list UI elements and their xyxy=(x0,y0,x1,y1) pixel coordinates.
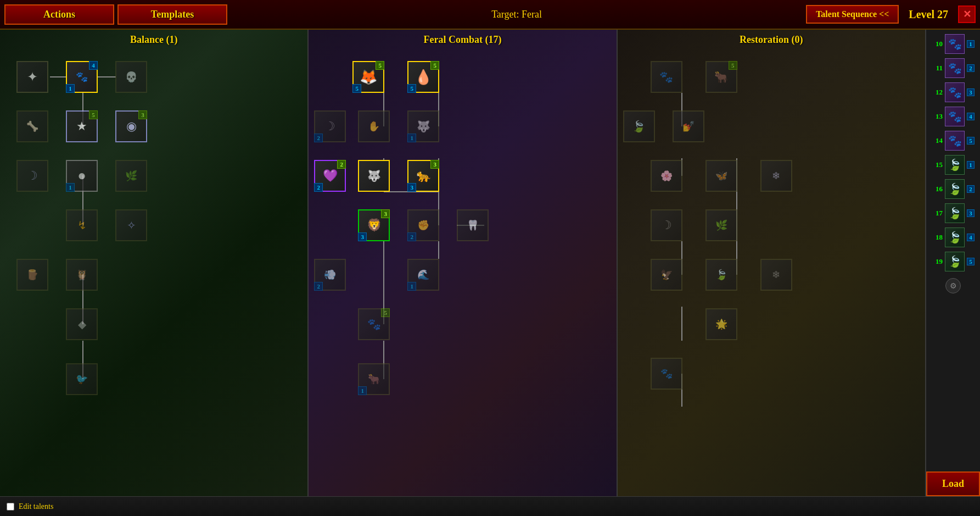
seq-level-18: 18 xyxy=(931,233,943,242)
seq-icon-13: 🐾 xyxy=(945,107,965,126)
balance-icon-8[interactable]: ● 1 xyxy=(66,160,98,192)
feral-icon-f9[interactable]: 🦁 3 3 xyxy=(358,209,390,241)
feral-icon-f13[interactable]: 🌊 1 xyxy=(407,259,439,291)
seq-item-10[interactable]: 10 🐾 1 xyxy=(928,32,978,56)
seq-item-17[interactable]: 17 🍃 3 xyxy=(928,201,978,225)
balance-icon-3[interactable]: 💀 xyxy=(115,61,147,93)
main-content: Balance (1) ✦ 🐾 1 4 xyxy=(0,30,980,496)
feral-icon-f10[interactable]: ✊ 2 xyxy=(407,209,439,241)
seq-item-16[interactable]: 16 🍃 2 xyxy=(928,177,978,201)
seq-item-14[interactable]: 14 🐾 5 xyxy=(928,129,978,153)
balance-panel: Balance (1) ✦ 🐾 1 4 xyxy=(0,30,309,496)
feral-icon-f15[interactable]: 🐂 1 xyxy=(358,363,390,395)
edit-talents-label: Edit talents xyxy=(19,502,53,511)
balance-icon-12[interactable]: 🪵 xyxy=(16,259,48,291)
seq-item-12[interactable]: 12 🐾 3 xyxy=(928,80,978,104)
resto-icon-r4[interactable]: 💅 xyxy=(673,110,704,142)
feral-icon-f14[interactable]: 🐾 5 xyxy=(358,308,390,340)
feral-icon-tiger[interactable]: 🦊 5 5 xyxy=(352,61,384,93)
feral-icon-f11[interactable]: 🦷 xyxy=(457,209,489,241)
seq-level-12: 12 xyxy=(931,88,943,97)
balance-icon-11[interactable]: ✧ xyxy=(115,209,147,241)
resto-icon-r11[interactable]: 🍃 xyxy=(705,259,737,291)
feral-inner: 🦊 5 5 💧 5 5 ☽ 2 ✋ 🐺 xyxy=(309,50,616,495)
feral-icon-f3[interactable]: ☽ 2 xyxy=(314,110,346,142)
seq-level-13: 13 xyxy=(931,112,943,121)
seq-rank-15: 1 xyxy=(967,161,975,169)
seq-rank-11: 2 xyxy=(967,64,975,72)
seq-icon-18: 🍃 xyxy=(945,228,965,247)
feral-icon-f4[interactable]: ✋ xyxy=(358,110,390,142)
seq-item-15[interactable]: 15 🍃 1 xyxy=(928,153,978,177)
balance-icon-14[interactable]: ◆ xyxy=(66,308,98,340)
seq-icon-17: 🍃 xyxy=(945,203,965,223)
seq-icon-19: 🍃 xyxy=(945,252,965,271)
seq-level-16: 16 xyxy=(931,185,943,193)
resto-icon-r1[interactable]: 🐾 xyxy=(651,61,682,93)
resto-icon-r13[interactable]: 🌟 xyxy=(705,308,737,340)
seq-item-19[interactable]: 19 🍃 5 xyxy=(928,249,978,274)
balance-icon-13[interactable]: 🦉 xyxy=(66,259,98,291)
resto-icon-r12[interactable]: ❄ xyxy=(760,259,792,291)
seq-rank-17: 3 xyxy=(967,209,975,217)
target-label: Target: Feral xyxy=(231,9,803,20)
seq-level-19: 19 xyxy=(931,257,943,266)
resto-icon-r7[interactable]: ❄ xyxy=(760,160,792,192)
balance-icon-7[interactable]: ☽ xyxy=(16,160,48,192)
balance-title: Balance (1) xyxy=(0,30,307,50)
feral-panel: Feral Combat (17) xyxy=(309,30,617,496)
feral-icon-f8[interactable]: 🐆 3 3 xyxy=(407,160,439,192)
resto-icon-r2[interactable]: 🐂 5 xyxy=(705,61,737,93)
feral-icon-f6[interactable]: 💜 2 2 xyxy=(314,160,346,192)
seq-item-13[interactable]: 13 🐾 4 xyxy=(928,104,978,129)
seq-rank-18: 4 xyxy=(967,234,975,241)
seq-icon-10: 🐾 xyxy=(945,34,965,54)
balance-icon-6[interactable]: ◉ 3 xyxy=(115,110,147,142)
seq-level-11: 11 xyxy=(931,64,943,73)
seq-item-11[interactable]: 11 🐾 2 xyxy=(928,56,978,80)
balance-icon-15[interactable]: 🐦 xyxy=(66,363,98,395)
seq-item-18[interactable]: 18 🍃 4 xyxy=(928,225,978,249)
seq-icon-16: 🍃 xyxy=(945,179,965,199)
talent-sequence-button[interactable]: Talent Sequence << xyxy=(806,5,899,24)
load-button[interactable]: Load xyxy=(926,471,980,496)
seq-level-17: 17 xyxy=(931,209,943,218)
feral-icon-f12[interactable]: 💨 2 xyxy=(314,259,346,291)
feral-icon-f5[interactable]: 🐺 1 xyxy=(407,110,439,142)
close-button[interactable]: ✕ xyxy=(958,5,976,23)
balance-icon-starburst[interactable]: ✦ xyxy=(16,61,48,93)
seq-level-10: 10 xyxy=(931,40,943,48)
balance-icon-moonfire[interactable]: ★ 5 xyxy=(66,110,98,142)
resto-inner: 🐾 🐂 5 🍃 💅 🌸 🦋 xyxy=(618,50,925,495)
resto-icon-r8[interactable]: ☽ xyxy=(651,209,682,241)
resto-panel: Restoration (0) 🐾 🐂 5 xyxy=(618,30,925,496)
seq-rank-16: 2 xyxy=(967,185,975,193)
balance-icon-4[interactable]: 🦴 xyxy=(16,110,48,142)
seq-icon-15: 🍃 xyxy=(945,155,965,175)
resto-icon-r3[interactable]: 🍃 xyxy=(623,110,655,142)
seq-rank-12: 3 xyxy=(967,88,975,96)
resto-icon-r5[interactable]: 🌸 xyxy=(651,160,682,192)
seq-rank-10: 1 xyxy=(967,40,975,48)
top-bar: Actions Templates Target: Feral Talent S… xyxy=(0,0,980,30)
level-display: Level 27 xyxy=(902,8,955,21)
feral-connectors xyxy=(309,50,616,495)
seq-rank-13: 4 xyxy=(967,113,975,120)
resto-icon-r6[interactable]: 🦋 xyxy=(705,160,737,192)
actions-button[interactable]: Actions xyxy=(4,4,114,25)
seq-rank-19: 5 xyxy=(967,258,975,265)
resto-icon-r9[interactable]: 🌿 xyxy=(705,209,737,241)
balance-icon-10[interactable]: ↯ xyxy=(66,209,98,241)
feral-icon-blue[interactable]: 💧 5 5 xyxy=(407,61,439,93)
feral-icon-f7[interactable]: 🐺 xyxy=(358,160,390,192)
resto-icon-r14[interactable]: 🐾 xyxy=(651,358,682,390)
talent-panels: Balance (1) ✦ 🐾 1 4 xyxy=(0,30,925,496)
feral-title: Feral Combat (17) xyxy=(309,30,616,50)
resto-icon-r10[interactable]: 🦅 xyxy=(651,259,682,291)
templates-button[interactable]: Templates xyxy=(117,4,227,25)
balance-icon-9[interactable]: 🌿 xyxy=(115,160,147,192)
seq-icon-14: 🐾 xyxy=(945,131,965,151)
right-sidebar: 10 🐾 1 11 🐾 2 12 🐾 3 xyxy=(925,30,980,496)
edit-talents-checkbox[interactable] xyxy=(7,503,14,511)
balance-icon-earthandmoon[interactable]: 🐾 1 4 xyxy=(66,61,98,93)
